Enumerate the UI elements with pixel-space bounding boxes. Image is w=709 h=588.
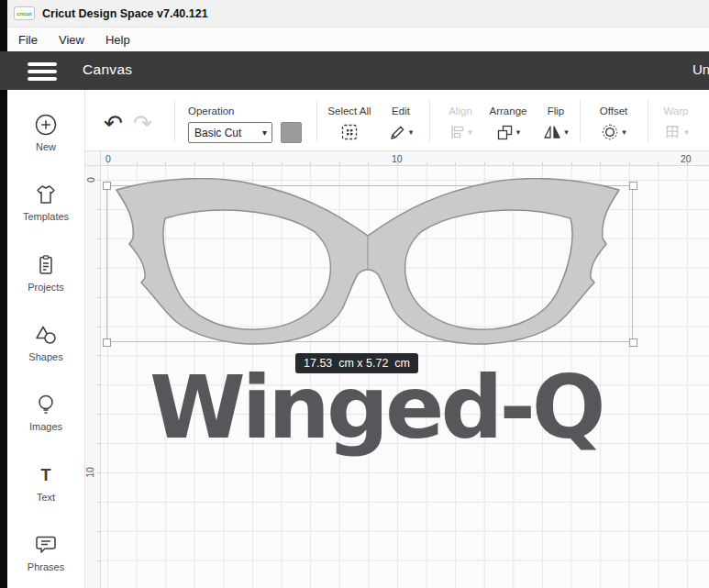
selection-handle-bottom-right[interactable] [629, 338, 637, 347]
offset-button[interactable]: Offset ▾ [586, 105, 641, 143]
sidebar-item-projects[interactable]: Projects [7, 238, 84, 307]
operation-dropdown[interactable]: Basic Cut ▾ [188, 122, 272, 143]
sidebar-item-label: Projects [28, 282, 64, 293]
separator [316, 100, 317, 142]
ruler-label: 10 [392, 153, 403, 164]
app-header: Canvas Un [0, 51, 709, 90]
horizontal-ruler: 0 10 20 [101, 151, 709, 166]
arrange-button[interactable]: Arrange ▾ [481, 105, 536, 143]
sidebar-item-phrases[interactable]: Phrases [7, 518, 84, 588]
offset-label: Offset [586, 105, 641, 116]
warp-label: Warp [648, 105, 703, 116]
align-label: Align [433, 105, 488, 116]
app-window: cricut Cricut Design Space v7.40.121 Fil… [0, 0, 709, 588]
sidebar-item-label: New [36, 141, 56, 152]
edit-button[interactable]: Edit ▾ [373, 105, 428, 143]
chevron-down-icon: ▾ [468, 128, 472, 137]
text-icon: T [34, 463, 58, 487]
canvas-area: 0 10 20 0 10 17.53 cm x 5.72 cm Winged-Q [85, 151, 709, 588]
page-title: Canvas [83, 61, 132, 78]
menu-file[interactable]: File [15, 31, 41, 49]
templates-icon [34, 183, 58, 206]
arrange-label: Arrange [481, 105, 536, 116]
chevron-down-icon: ▾ [409, 128, 414, 137]
separator [580, 100, 581, 142]
ruler-label: 20 [681, 153, 692, 164]
offset-icon [601, 123, 619, 141]
menubar: File View Help [7, 28, 709, 51]
chevron-down-icon: ▾ [684, 128, 689, 137]
selection-handle-top-right[interactable] [629, 182, 637, 190]
sidebar-item-label: Phrases [28, 561, 64, 572]
align-button[interactable]: Align ▾ [433, 105, 488, 143]
align-icon [449, 124, 465, 140]
undo-button[interactable]: ↶ [104, 110, 123, 136]
select-all-button[interactable]: Select All [322, 105, 377, 143]
sidebar-item-shapes[interactable]: Shapes [7, 307, 84, 377]
sidebar-item-templates[interactable]: Templates [7, 167, 84, 237]
warp-button[interactable]: Warp ▾ [648, 105, 703, 143]
chevron-down-icon: ▾ [564, 128, 569, 137]
warp-icon [663, 123, 681, 141]
ruler-label: 10 [84, 467, 95, 478]
hamburger-menu-icon[interactable] [28, 62, 57, 85]
operation-label: Operation [188, 105, 235, 116]
images-icon [34, 393, 58, 416]
ruler-corner [85, 151, 101, 166]
titlebar: cricut Cricut Design Space v7.40.121 [7, 0, 709, 28]
separator [174, 100, 175, 142]
sidebar-item-label: Templates [23, 211, 69, 222]
selection-handle-top-left[interactable] [103, 182, 111, 190]
select-all-label: Select All [322, 105, 377, 116]
chevron-down-icon: ▾ [258, 128, 271, 138]
sidebar-item-new[interactable]: New [7, 97, 84, 167]
separator [429, 100, 430, 142]
redo-button[interactable]: ↷ [133, 110, 152, 136]
size-tooltip: 17.53 cm x 5.72 cm [295, 353, 418, 373]
sidebar: New Templates Projects Shapes [7, 90, 85, 588]
edit-label: Edit [373, 105, 428, 116]
glasses-shape-object[interactable] [103, 178, 633, 347]
project-name: Un [692, 61, 709, 77]
select-all-icon [340, 123, 359, 141]
ruler-label: 0 [85, 177, 96, 183]
selection-handle-bottom-left[interactable] [103, 338, 111, 347]
phrases-icon [34, 533, 58, 557]
flip-icon [543, 124, 561, 140]
operation-value: Basic Cut [194, 127, 241, 139]
svg-text:T: T [41, 466, 51, 484]
toolbar: ↶ ↷ Operation Basic Cut ▾ Select All [85, 90, 709, 151]
new-icon [34, 113, 58, 137]
material-color-swatch[interactable] [281, 122, 302, 143]
chevron-down-icon: ▾ [516, 128, 521, 137]
ruler-label: 0 [105, 153, 111, 164]
sidebar-item-images[interactable]: Images [7, 378, 84, 448]
menu-help[interactable]: Help [102, 31, 134, 49]
vertical-ruler: 0 10 [85, 166, 101, 588]
window-title: Cricut Design Space v7.40.121 [42, 7, 208, 20]
canvas-text-object[interactable]: Winged-Q [150, 364, 603, 451]
cricut-logo-icon: cricut [14, 6, 35, 20]
menu-view[interactable]: View [55, 31, 88, 49]
sidebar-item-label: Shapes [28, 351, 62, 362]
chevron-down-icon: ▾ [622, 128, 626, 137]
arrange-icon [496, 124, 514, 141]
shapes-icon [34, 323, 58, 347]
sidebar-item-label: Images [29, 421, 62, 432]
sidebar-item-text[interactable]: T Text [7, 448, 84, 517]
pencil-icon [389, 124, 406, 141]
flip-label: Flip [528, 105, 583, 116]
sidebar-item-label: Text [37, 492, 55, 503]
flip-button[interactable]: Flip ▾ [528, 105, 583, 143]
projects-icon [34, 253, 58, 277]
